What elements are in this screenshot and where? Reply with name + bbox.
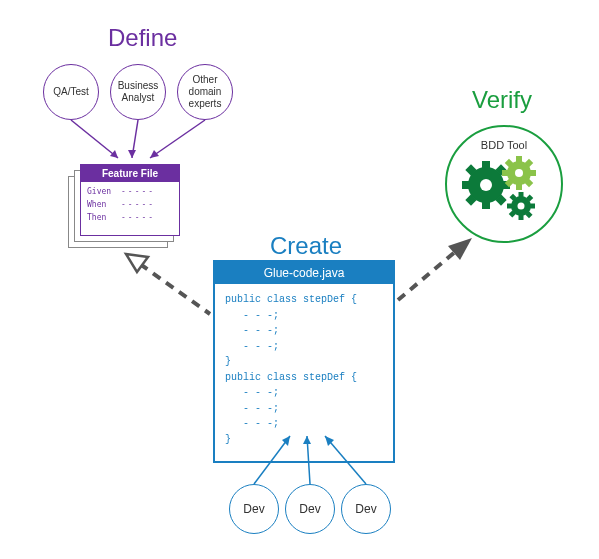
role-dev-1: Dev	[229, 484, 279, 534]
keyword-when: When	[87, 199, 115, 212]
svg-point-45	[518, 203, 525, 210]
feature-file-title: Feature File	[81, 165, 179, 182]
stage-label-create: Create	[270, 232, 342, 260]
svg-point-35	[515, 169, 523, 177]
bdd-tool: BDD Tool	[445, 125, 563, 243]
svg-marker-7	[126, 254, 148, 272]
svg-rect-19	[462, 181, 472, 189]
svg-rect-40	[529, 204, 535, 209]
svg-line-8	[398, 246, 462, 300]
svg-rect-18	[482, 199, 490, 209]
svg-rect-37	[519, 192, 524, 198]
svg-line-0	[71, 120, 118, 158]
svg-marker-3	[128, 150, 136, 158]
role-business-analyst: Business Analyst	[110, 64, 166, 120]
svg-rect-29	[502, 170, 509, 176]
gears-icon	[459, 153, 549, 233]
svg-marker-5	[150, 150, 159, 158]
role-dev-2: Dev	[285, 484, 335, 534]
svg-marker-1	[110, 150, 118, 158]
glue-code-body: public class stepDef { - - -; - - -; - -…	[215, 284, 393, 461]
svg-line-6	[140, 264, 210, 314]
bdd-tool-label: BDD Tool	[481, 139, 527, 151]
stage-label-verify: Verify	[472, 86, 532, 114]
svg-point-25	[480, 179, 492, 191]
keyword-then: Then	[87, 212, 115, 225]
keyword-given: Given	[87, 186, 115, 199]
role-domain-experts: Other domain experts	[177, 64, 233, 120]
glue-code-filename: Glue-code.java	[215, 262, 393, 284]
svg-line-4	[150, 120, 205, 158]
svg-line-2	[132, 120, 138, 158]
svg-rect-27	[516, 156, 522, 163]
svg-rect-17	[482, 161, 490, 171]
svg-marker-9	[448, 238, 472, 260]
feature-file: Feature File Given----- When----- Then--…	[68, 162, 183, 254]
stage-label-define: Define	[108, 24, 177, 52]
role-dev-3: Dev	[341, 484, 391, 534]
svg-rect-38	[519, 214, 524, 220]
glue-code-box: Glue-code.java public class stepDef { - …	[213, 260, 395, 463]
svg-rect-28	[516, 183, 522, 190]
svg-rect-39	[507, 204, 513, 209]
role-qa-test: QA/Test	[43, 64, 99, 120]
svg-rect-30	[529, 170, 536, 176]
